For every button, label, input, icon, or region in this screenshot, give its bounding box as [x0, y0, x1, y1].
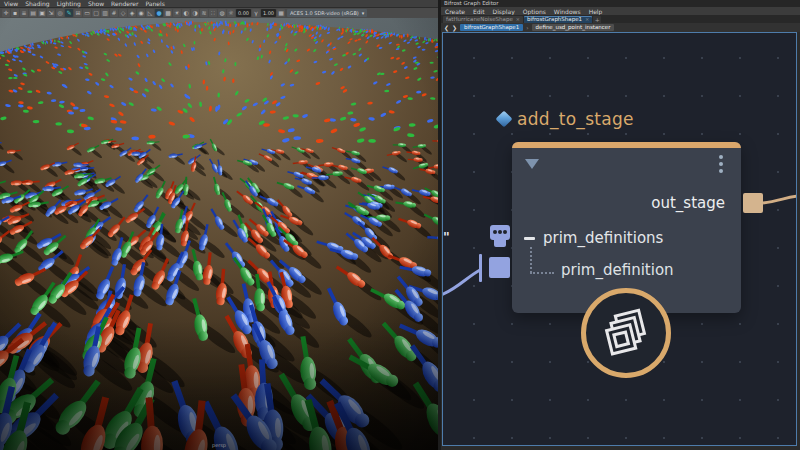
breadcrumb-root[interactable]: bifrostGraphShape1	[460, 24, 523, 31]
node-accent-bar	[512, 142, 741, 148]
viewport-menu-item[interactable]: Shading	[25, 0, 49, 8]
viewport-menubar: ViewShadingLightingShowRendererPanels	[0, 0, 438, 8]
graph-tabs: fatHurricaneNoiseShape × bifrostGraphSha…	[443, 16, 592, 23]
view-transform-icon[interactable]: ▦	[277, 9, 285, 17]
panel-title: Bifrost Graph Editor	[441, 0, 800, 7]
rendered-scene	[0, 18, 438, 450]
camera-name-label: persp	[0, 442, 438, 448]
exposure-field[interactable]: 0.00	[236, 9, 251, 17]
stacked-prims-icon	[598, 305, 654, 361]
lock-camera-icon[interactable]: ▪	[11, 9, 19, 17]
viewport-menu-item[interactable]: Lighting	[57, 0, 81, 8]
input-group-port-label[interactable]: prim_definitions	[543, 229, 663, 247]
breadcrumb-current[interactable]: define_usd_point_instancer	[532, 24, 615, 31]
bifrost-menu-item[interactable]: Windows	[554, 8, 581, 15]
depth-of-field-icon[interactable]: ◍	[218, 9, 226, 17]
bifrost-menu-item[interactable]: Create	[445, 8, 465, 15]
resolution-gate-icon[interactable]: ▢	[92, 9, 100, 17]
bifrost-menu-item[interactable]: Options	[523, 8, 546, 15]
tree-connector-line	[530, 247, 532, 273]
bifrost-menu-item[interactable]: Display	[493, 8, 515, 15]
two-d-pan-zoom-icon[interactable]: ⇲	[47, 9, 55, 17]
ambient-occlusion-icon[interactable]: ◑	[191, 9, 199, 17]
close-icon[interactable]: ×	[585, 16, 589, 23]
node-type-diamond-icon	[496, 111, 513, 128]
wireframe-icon[interactable]: ◺	[146, 9, 154, 17]
viewport-scene[interactable]: persp	[0, 18, 438, 450]
oversampling-icon[interactable]: ◎	[56, 9, 64, 17]
textured-icon[interactable]: ▩	[164, 9, 172, 17]
port-group-dash-icon[interactable]	[524, 237, 535, 240]
graph-tab-label: fatHurricaneNoiseShape	[446, 16, 513, 23]
multi-connection-port-tab	[494, 240, 506, 247]
close-icon[interactable]: ×	[516, 16, 520, 23]
maya-viewport-panel: ViewShadingLightingShowRendererPanels ✛▪…	[0, 0, 438, 450]
multi-connection-port-icon[interactable]	[490, 225, 510, 240]
chevron-down-icon: ▾	[362, 9, 365, 17]
bifrost-graph-editor-panel: Bifrost Graph Editor CreateEditDisplayOp…	[441, 0, 800, 450]
nav-forward-icon[interactable]: ❯	[452, 23, 457, 32]
graph-canvas[interactable]: add_to_stage out_stage prim_definitions …	[442, 32, 797, 446]
bifrost-menu-item[interactable]: Edit	[473, 8, 485, 15]
graph-tabbar: fatHurricaneNoiseShape × bifrostGraphSha…	[441, 15, 800, 23]
collapse-triangle-icon[interactable]	[525, 159, 539, 169]
gamma-icon[interactable]: γ	[252, 9, 260, 17]
shadows-icon[interactable]: ◐	[182, 9, 190, 17]
bifrost-menu-item[interactable]: Help	[589, 8, 603, 15]
graph-tab[interactable]: bifrostGraphShape1 ×	[524, 16, 592, 23]
exposure-icon[interactable]: ☼	[227, 9, 235, 17]
viewport-toolbar-icons: ✛▪≡▤▣⇲◎✎⊞▭▢▥#◇◈◉◺●▩☀◐◑≋∷◍	[2, 9, 226, 17]
viewport-menu-item[interactable]: Renderer	[111, 0, 138, 8]
port-terminal-bar	[479, 254, 482, 282]
node-title-row: add_to_stage	[498, 109, 634, 129]
string-value-icon: "	[443, 229, 450, 244]
output-port-label[interactable]: out_stage	[651, 194, 725, 212]
shaded-icon[interactable]: ●	[155, 9, 163, 17]
input-child-port-label[interactable]: prim_definition	[561, 261, 674, 279]
field-chart-icon[interactable]: #	[110, 9, 118, 17]
tree-connector-line	[530, 272, 554, 274]
film-gate-icon[interactable]: ▭	[83, 9, 91, 17]
nav-back-icon[interactable]: ❮	[444, 23, 449, 32]
add-tab-button[interactable]: +	[593, 16, 601, 23]
prim-definition-port-connector[interactable]	[489, 257, 510, 278]
graph-tab[interactable]: fatHurricaneNoiseShape ×	[443, 16, 523, 23]
grid-icon[interactable]: ⊞	[74, 9, 82, 17]
colorspace-value: ACES 1.0 SDR-video (sRGB)	[290, 9, 359, 17]
anti-aliasing-icon[interactable]: ∷	[209, 9, 217, 17]
viewport-menu-item[interactable]: Panels	[145, 0, 164, 8]
isolate-select-icon[interactable]: ◉	[137, 9, 145, 17]
colorspace-dropdown[interactable]: ACES 1.0 SDR-video (sRGB) ▾	[287, 9, 367, 17]
motion-blur-icon[interactable]: ≋	[200, 9, 208, 17]
viewport-menu-item[interactable]: Show	[88, 0, 104, 8]
gate-mask-icon[interactable]: ▥	[101, 9, 109, 17]
graph-breadcrumb-bar: ❮ ❯ bifrostGraphShape1 › define_usd_poin…	[441, 23, 800, 32]
select-camera-icon[interactable]: ✛	[2, 9, 10, 17]
out-stage-port-connector[interactable]	[743, 193, 763, 213]
safe-action-icon[interactable]: ◇	[119, 9, 127, 17]
image-plane-icon[interactable]: ▣	[38, 9, 46, 17]
node-type-badge	[581, 288, 671, 378]
bifrost-menubar: CreateEditDisplayOptionsWindowsHelp	[441, 7, 800, 15]
safe-title-icon[interactable]: ◈	[128, 9, 136, 17]
grease-pencil-icon[interactable]: ✎	[65, 9, 73, 17]
node-title[interactable]: add_to_stage	[517, 109, 634, 129]
graph-tab-label: bifrostGraphShape1	[527, 16, 582, 23]
viewport-menu-item[interactable]: View	[4, 0, 18, 8]
breadcrumb-separator: ›	[526, 24, 528, 31]
viewport-toolbar: ✛▪≡▤▣⇲◎✎⊞▭▢▥#◇◈◉◺●▩☀◐◑≋∷◍ ☼ 0.00 γ 1.00 …	[0, 8, 438, 18]
lights-icon[interactable]: ☀	[173, 9, 181, 17]
camera-attributes-icon[interactable]: ≡	[20, 9, 28, 17]
bookmark-icon[interactable]: ▤	[29, 9, 37, 17]
kebab-menu-icon[interactable]	[719, 155, 723, 173]
prim-definition-wire[interactable]	[443, 270, 480, 295]
out-stage-wire[interactable]	[763, 196, 797, 203]
gamma-field[interactable]: 1.00	[261, 9, 276, 17]
